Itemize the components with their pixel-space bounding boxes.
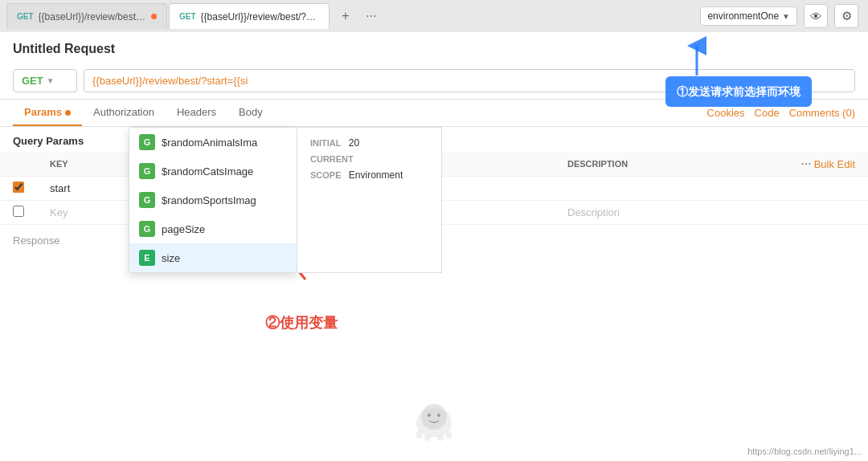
- tab2-method: GET: [179, 12, 196, 21]
- svg-rect-5: [445, 430, 452, 439]
- tab-section: GET {{baseUrl}}/review/best/?start=... G…: [0, 3, 700, 29]
- tab-headers[interactable]: Headers: [166, 100, 227, 126]
- tab1-dot: [151, 14, 157, 19]
- tab-authorization[interactable]: Authorization: [82, 100, 166, 126]
- more-actions-button[interactable]: ···: [800, 157, 811, 171]
- item5-label: size: [162, 252, 180, 264]
- item5-icon: E: [139, 250, 155, 266]
- bulk-edit-button[interactable]: Bulk Edit: [814, 158, 855, 170]
- eye-button[interactable]: 👁: [804, 4, 828, 28]
- row-actions-cell: [772, 177, 868, 201]
- description-cell[interactable]: [555, 177, 772, 201]
- method-select[interactable]: GET ▼: [13, 69, 77, 92]
- settings-button[interactable]: ⚙: [834, 4, 858, 28]
- col-actions: ··· Bulk Edit: [772, 152, 868, 177]
- empty-checkbox-cell[interactable]: [0, 201, 37, 225]
- watermark: https://blog.csdn.net/liying1...: [747, 447, 862, 456]
- item2-label: $randomCatsImage: [162, 165, 253, 177]
- env-label: environmentOne: [707, 10, 779, 22]
- autocomplete-item-2[interactable]: G $randomCatsImage: [129, 157, 297, 186]
- tab-1[interactable]: GET {{baseUrl}}/review/best/?start=...: [6, 3, 167, 29]
- detail-current-row: CURRENT: [310, 153, 428, 165]
- scope-value: Environment: [349, 169, 403, 181]
- svg-rect-4: [416, 430, 423, 439]
- autocomplete-dropdown: G $randomAnimalsIma G $randomCatsImage G…: [129, 127, 442, 273]
- code-link[interactable]: Code: [755, 107, 780, 119]
- autocomplete-item-4[interactable]: G pageSize: [129, 214, 297, 243]
- item4-label: pageSize: [162, 223, 205, 235]
- empty-checkbox[interactable]: [13, 206, 24, 217]
- tab2-url: {{baseUrl}}/review/best/?start=...: [201, 11, 319, 22]
- detail-scope-row: SCOPE Environment: [310, 169, 428, 181]
- svg-point-1: [421, 404, 447, 430]
- request-title: Untitled Request: [0, 32, 868, 63]
- col-checkbox: [0, 152, 37, 177]
- empty-actions-cell: [772, 201, 868, 225]
- autocomplete-item-5[interactable]: E size: [129, 243, 297, 272]
- tab-right-actions: Cookies Code Comments (0): [707, 107, 855, 119]
- top-bar: GET {{baseUrl}}/review/best/?start=... G…: [0, 0, 868, 32]
- tab-2[interactable]: GET {{baseUrl}}/review/best/?start=...: [169, 3, 330, 29]
- comments-link[interactable]: Comments (0): [789, 107, 855, 119]
- item3-icon: G: [139, 192, 155, 208]
- current-label: CURRENT: [310, 154, 354, 164]
- tab-actions: + ···: [334, 5, 383, 27]
- environment-select[interactable]: environmentOne ▼: [700, 6, 797, 26]
- tab1-url: {{baseUrl}}/review/best/?start=...: [39, 11, 146, 22]
- autocomplete-item-3[interactable]: G $randomSportsImag: [129, 186, 297, 214]
- autocomplete-detail-panel: INITIAL 20 CURRENT SCOPE Environment: [297, 127, 442, 273]
- item2-icon: G: [139, 163, 155, 179]
- autocomplete-item-1[interactable]: G $randomAnimalsIma: [129, 128, 297, 157]
- method-chevron-icon: ▼: [47, 76, 55, 85]
- params-dot: [65, 110, 71, 116]
- item1-label: $randomAnimalsIma: [162, 137, 257, 149]
- svg-point-2: [428, 414, 431, 417]
- svg-point-3: [437, 414, 440, 417]
- svg-rect-7: [437, 434, 444, 441]
- col-description: DESCRIPTION: [555, 152, 772, 177]
- tab-body[interactable]: Body: [227, 100, 274, 126]
- item1-icon: G: [139, 134, 155, 150]
- eye-icon: 👁: [810, 10, 822, 23]
- detail-initial-row: INITIAL 20: [310, 137, 428, 149]
- more-tabs-button[interactable]: ···: [360, 5, 383, 27]
- annotation-2: ②使用变量: [265, 313, 338, 332]
- row-checkbox[interactable]: [13, 182, 24, 193]
- add-tab-button[interactable]: +: [334, 5, 357, 27]
- item3-label: $randomSportsImag: [162, 194, 256, 206]
- initial-label: INITIAL: [310, 138, 342, 148]
- row-checkbox-cell[interactable]: [0, 177, 37, 201]
- method-label: GET: [22, 75, 43, 87]
- empty-description-cell[interactable]: Description: [555, 201, 772, 225]
- tab1-method: GET: [17, 12, 34, 21]
- initial-value: 20: [349, 137, 359, 149]
- chevron-down-icon: ▼: [782, 12, 790, 21]
- annotation-1: ①发送请求前选择而环境: [665, 76, 812, 107]
- gear-icon: ⚙: [841, 9, 852, 23]
- scope-label: SCOPE: [310, 170, 342, 180]
- autocomplete-list: G $randomAnimalsIma G $randomCatsImage G…: [129, 127, 297, 273]
- svg-rect-6: [424, 434, 431, 441]
- response-title: Response: [13, 235, 60, 247]
- tab-params[interactable]: Params: [13, 100, 82, 126]
- cookies-link[interactable]: Cookies: [707, 107, 745, 119]
- item4-icon: G: [139, 221, 155, 237]
- postman-logo: [410, 394, 458, 445]
